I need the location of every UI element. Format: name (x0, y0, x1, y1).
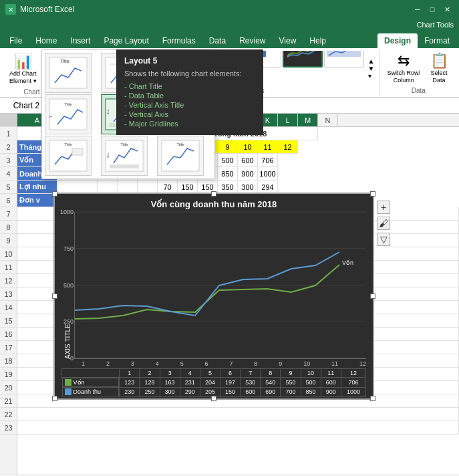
chart-inner: AXIS TITLE 1000 750 500 250 0 (55, 212, 373, 359)
row-num-16: 16 (0, 328, 17, 341)
col-header-n[interactable]: N (318, 114, 338, 126)
select-data-button[interactable]: 📋 SelectData (426, 51, 452, 86)
svg-text:Title: Title (120, 142, 128, 146)
doanh-val-3: 300 (160, 387, 180, 396)
row-num-23: 23 (0, 421, 17, 435)
handle-br[interactable] (370, 396, 375, 401)
tab-formulas[interactable]: Formulas (156, 33, 202, 48)
cell-i4[interactable]: 850 (218, 167, 238, 181)
tab-home[interactable]: Home (29, 33, 63, 48)
x-label-2: 2 (106, 360, 110, 367)
x-label-12: 12 (359, 360, 366, 367)
tab-format[interactable]: Format (418, 33, 456, 48)
styles-scroll-up[interactable]: ▲ (368, 57, 375, 65)
table-row (17, 408, 459, 421)
cell-g5[interactable]: 150 (178, 181, 198, 194)
x-label-5: 5 (180, 360, 184, 367)
cell-i3[interactable]: 500 (218, 154, 238, 167)
cell-k4[interactable]: 1000 (258, 167, 278, 181)
x-label-6: 6 (205, 360, 208, 367)
tab-insert[interactable]: Insert (63, 33, 97, 48)
layout-8[interactable]: TitleAxis (101, 136, 148, 176)
svg-text:Axis: Axis (106, 152, 110, 158)
cell-l2[interactable]: 12 (278, 140, 298, 154)
maximize-button[interactable]: □ (426, 4, 439, 15)
excel-icon: ✕ (5, 4, 16, 15)
cell-k3[interactable]: 706 (258, 154, 278, 167)
chart-container[interactable]: Vốn cùng doanh thu năm 2018 AXIS TITLE 1… (53, 193, 374, 400)
chart-filter-button[interactable]: ▽ (377, 233, 390, 246)
tab-file[interactable]: File (3, 33, 29, 48)
handle-bm[interactable] (211, 396, 216, 401)
cell-j5[interactable]: 300 (238, 181, 258, 194)
minimize-button[interactable]: ─ (411, 4, 424, 15)
y-label-250: 250 (63, 318, 73, 325)
chart-add-button[interactable]: + (377, 201, 390, 214)
tooltip-title: Layout 5 (124, 56, 255, 66)
col-header-m[interactable]: M (298, 114, 318, 126)
doanh-val-5: 205 (200, 387, 220, 396)
handle-tr[interactable] (370, 191, 375, 197)
window-controls[interactable]: ─ □ ✕ (411, 4, 454, 15)
add-chart-element-button[interactable]: 📊 Add ChartElement ▾ (7, 51, 39, 86)
row-num-2: 2 (0, 140, 17, 154)
x-label-4: 4 (156, 360, 159, 367)
tab-help[interactable]: Help (303, 33, 333, 48)
doanh-color-swatch (65, 388, 71, 395)
cell-i5[interactable]: 350 (218, 181, 238, 194)
x-label-8: 8 (254, 360, 257, 367)
cell-j2[interactable]: 10 (238, 140, 258, 154)
x-labels: 1 2 3 4 5 6 7 8 9 10 11 12 (55, 359, 373, 367)
tab-review[interactable]: Review (233, 33, 272, 48)
x-label-7: 7 (229, 360, 233, 367)
von-val-1: 123 (120, 378, 140, 388)
handle-tm[interactable] (211, 191, 216, 197)
cell-k5[interactable]: 294 (258, 181, 278, 194)
tab-view[interactable]: View (273, 33, 303, 48)
von-val-6: 197 (220, 378, 240, 388)
styles-scroll-down[interactable]: ▼ (368, 65, 375, 72)
tab-page-layout[interactable]: Page Layout (97, 33, 155, 48)
chart-title[interactable]: Vốn cùng doanh thu năm 2018 (55, 194, 373, 212)
cell-a5[interactable]: Lợi nhu (17, 181, 57, 194)
layout-9[interactable]: Title (157, 136, 204, 176)
table-header-10: 10 (301, 369, 321, 378)
chart-brush-button[interactable]: 🖌 (377, 217, 390, 230)
cell-i2[interactable]: 9 (218, 140, 238, 154)
col-header-l[interactable]: L (278, 114, 298, 126)
cell-f5[interactable]: 70 (158, 181, 178, 194)
cell-b5[interactable] (57, 181, 98, 194)
chart-side-buttons: + 🖌 ▽ (377, 201, 390, 246)
cell-d5[interactable] (118, 181, 138, 194)
table-row-doanh: Doanh thu 230 250 300 290 205 150 600 69… (62, 387, 366, 396)
cell-j4[interactable]: 900 (238, 167, 258, 181)
doanh-val-6: 150 (220, 387, 240, 396)
chart-style-5[interactable] (283, 51, 323, 68)
cell-k2[interactable]: 11 (258, 140, 278, 154)
svg-text:Title: Title (64, 102, 72, 106)
table-row-von: Vốn 123 128 163 231 204 197 530 540 550 … (62, 378, 366, 388)
cell-c5[interactable] (98, 181, 118, 194)
cell-a6[interactable]: Đơn v (17, 194, 57, 207)
row-num-4: 4 (0, 167, 17, 181)
title-bar-title: Microsoft Excel (20, 5, 74, 14)
chart-style-6[interactable] (324, 51, 364, 68)
switch-row-col-button[interactable]: ⇆ Switch Row/Column (384, 51, 423, 86)
data-group: ⇆ Switch Row/Column 📋 SelectData Data (380, 49, 456, 96)
cell-j3[interactable]: 600 (238, 154, 258, 167)
tab-data[interactable]: Data (202, 33, 233, 48)
title-bar: ✕ Microsoft Excel ─ □ ✕ (0, 0, 459, 19)
close-button[interactable]: ✕ (440, 4, 454, 15)
layout-4[interactable]: TitleY (45, 94, 92, 134)
handle-bl[interactable] (52, 396, 57, 401)
svg-text:Title: Title (176, 142, 184, 146)
cell-e5[interactable] (138, 181, 158, 194)
tab-design[interactable]: Design (377, 33, 418, 48)
styles-expand[interactable]: ▾ (368, 72, 375, 80)
tooltip-item-4: - Vertical Axis (124, 110, 255, 119)
title-bar-left: ✕ Microsoft Excel (5, 4, 74, 15)
layout-7[interactable]: Title (45, 136, 92, 176)
row-num-19: 19 (0, 368, 17, 381)
layout-1[interactable]: Title (45, 53, 92, 93)
handle-tl[interactable] (52, 191, 57, 197)
